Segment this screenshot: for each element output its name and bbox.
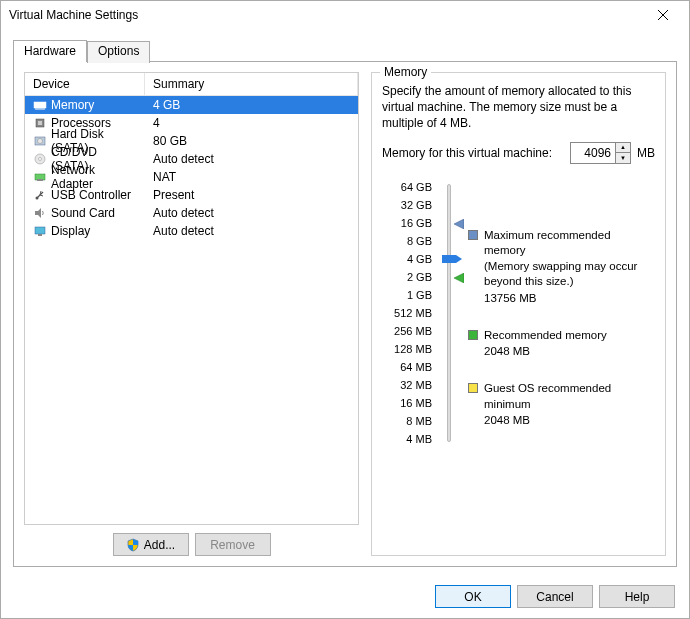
legend-max-value: 13756 MB [484,292,655,304]
slider-tick-label: 32 MB [382,376,432,394]
dialog-footer: OK Cancel Help [1,575,689,618]
svg-rect-21 [35,227,45,234]
close-button[interactable] [643,4,683,26]
device-table: Device Summary Memory4 GBProcessors4Hard… [24,72,359,525]
usb-icon [33,188,47,202]
add-button[interactable]: Add... [113,533,189,556]
legend-max-swatch [468,230,478,240]
device-table-header: Device Summary [25,73,358,96]
memory-unit: MB [637,146,655,160]
slider-tick-label: 1 GB [382,286,432,304]
memory-legend: Maximum recommended memory (Memory swapp… [468,178,655,448]
slider-thumb[interactable] [442,255,456,263]
table-row[interactable]: Network AdapterNAT [25,168,358,186]
spinner-down[interactable]: ▼ [616,153,630,163]
tab-options[interactable]: Options [87,41,150,63]
spinner-buttons: ▲ ▼ [615,143,630,163]
legend-min-swatch [468,383,478,393]
device-name: Memory [51,98,94,112]
help-button[interactable]: Help [599,585,675,608]
slider-tick-label: 64 MB [382,358,432,376]
slider-tick-label: 128 MB [382,340,432,358]
legend-max-note: (Memory swapping may occur beyond this s… [484,259,655,290]
header-summary[interactable]: Summary [145,73,358,96]
max-marker [454,219,464,229]
svg-marker-23 [454,219,464,229]
device-name: USB Controller [51,188,131,202]
memory-pane: Memory Specify the amount of memory allo… [371,72,666,556]
cancel-button[interactable]: Cancel [517,585,593,608]
device-list-pane: Device Summary Memory4 GBProcessors4Hard… [24,72,359,556]
device-summary: Auto detect [145,206,358,220]
shield-icon [126,538,140,552]
nic-icon [33,170,47,184]
device-summary: 80 GB [145,134,358,148]
header-device[interactable]: Device [25,73,145,96]
memory-group-title: Memory [380,65,431,79]
legend-rec-value: 2048 MB [484,345,655,357]
legend-max: Maximum recommended memory (Memory swapp… [468,228,655,290]
legend-min-label: Guest OS recommended minimum [484,381,655,412]
slider-tick-label: 2 GB [382,268,432,286]
svg-point-11 [38,139,43,144]
slider-tick-label: 32 GB [382,196,432,214]
device-name: Network Adapter [51,163,137,191]
memory-slider[interactable] [440,178,460,448]
slider-tick-label: 8 MB [382,412,432,430]
close-icon [658,10,668,20]
legend-min: Guest OS recommended minimum [468,381,655,412]
content-area: Hardware Options Device Summary Memory4 … [1,29,689,575]
slider-tick-label: 16 GB [382,214,432,232]
remove-button: Remove [195,533,271,556]
slider-track [447,184,451,442]
legend-rec-label: Recommended memory [484,328,607,344]
svg-point-13 [39,158,42,161]
hardware-panel: Device Summary Memory4 GBProcessors4Hard… [13,61,677,567]
svg-rect-15 [37,179,43,181]
device-name: Sound Card [51,206,115,220]
svg-marker-24 [454,273,464,283]
memory-spinner[interactable]: ▲ ▼ [570,142,631,164]
device-table-body: Memory4 GBProcessors4Hard Disk (SATA)80 … [25,96,358,240]
tab-hardware[interactable]: Hardware [13,40,87,62]
svg-rect-9 [38,121,42,125]
display-icon [33,224,47,238]
slider-tick-labels: 64 GB32 GB16 GB8 GB4 GB2 GB1 GB512 MB256… [382,178,432,448]
device-summary: Auto detect [145,224,358,238]
add-button-label: Add... [144,538,175,552]
device-summary: Present [145,188,358,202]
memory-input-row: Memory for this virtual machine: ▲ ▼ MB [382,142,655,164]
svg-marker-20 [35,208,41,218]
remove-button-label: Remove [210,538,255,552]
window-title: Virtual Machine Settings [9,8,138,22]
svg-rect-2 [34,102,46,108]
table-row[interactable]: Memory4 GB [25,96,358,114]
legend-rec: Recommended memory [468,328,655,344]
slider-tick-label: 512 MB [382,304,432,322]
device-buttons: Add... Remove [24,533,359,556]
sound-icon [33,206,47,220]
slider-tick-label: 4 GB [382,250,432,268]
rec-marker [454,273,464,283]
slider-tick-label: 16 MB [382,394,432,412]
svg-line-18 [40,195,43,196]
memory-input[interactable] [571,143,615,163]
memory-group: Memory Specify the amount of memory allo… [371,72,666,556]
slider-tick-label: 256 MB [382,322,432,340]
tab-bar: Hardware Options [13,39,677,61]
slider-tick-label: 8 GB [382,232,432,250]
table-row[interactable]: Sound CardAuto detect [25,204,358,222]
device-name: Display [51,224,90,238]
memory-slider-area: 64 GB32 GB16 GB8 GB4 GB2 GB1 GB512 MB256… [382,178,655,448]
settings-window: Virtual Machine Settings Hardware Option… [0,0,690,619]
ok-button[interactable]: OK [435,585,511,608]
spinner-up[interactable]: ▲ [616,143,630,154]
memory-icon [33,98,47,112]
memory-input-label: Memory for this virtual machine: [382,146,552,160]
slider-tick-label: 4 MB [382,430,432,448]
legend-max-label: Maximum recommended memory [484,228,655,259]
device-summary: 4 GB [145,98,358,112]
titlebar: Virtual Machine Settings [1,1,689,29]
table-row[interactable]: USB ControllerPresent [25,186,358,204]
table-row[interactable]: DisplayAuto detect [25,222,358,240]
